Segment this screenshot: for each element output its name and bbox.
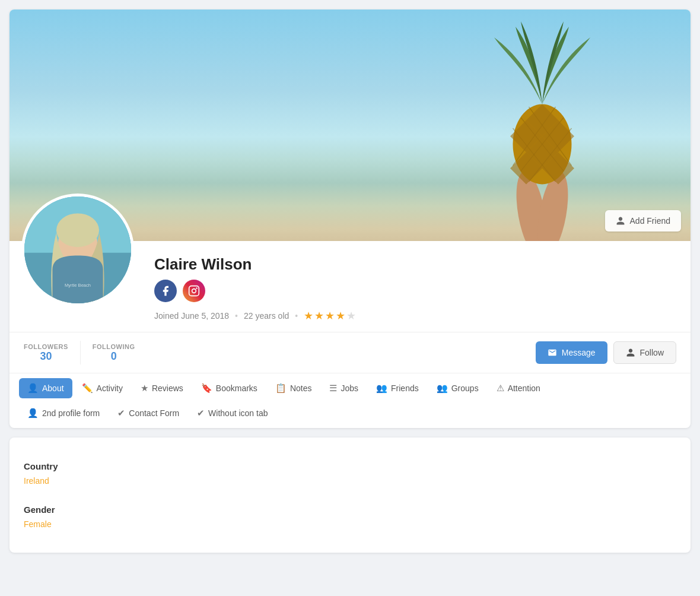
- tab-jobs[interactable]: ☰ Jobs: [321, 378, 367, 398]
- pineapple-decoration: [489, 15, 596, 241]
- followers-stat[interactable]: FOLLOWERS 30: [24, 343, 80, 363]
- dot-sep-2: •: [295, 311, 298, 321]
- content-card: Country Ireland Gender Female: [9, 438, 691, 553]
- friends-tab-icon: 👥: [376, 383, 387, 394]
- tab-bookmarks-label: Bookmarks: [216, 383, 257, 393]
- tab-notes-label: Notes: [290, 383, 312, 393]
- tabs-row-2: 👤 2nd profile form ✔ Contact Form ✔ With…: [19, 403, 681, 428]
- field-gender: Gender Female: [24, 495, 676, 538]
- tab-groups-label: Groups: [451, 383, 479, 393]
- groups-tab-icon: 👥: [437, 383, 448, 394]
- without-icon-tab-icon: ✔: [197, 408, 205, 419]
- svg-point-16: [196, 287, 198, 289]
- action-buttons: Message Follow: [536, 341, 676, 364]
- field-country: Country Ireland: [24, 452, 676, 495]
- tab-friends-label: Friends: [391, 383, 419, 393]
- tab-2nd-profile-label: 2nd profile form: [42, 408, 100, 418]
- country-value: Ireland: [24, 476, 676, 495]
- followers-count: 30: [24, 350, 68, 363]
- add-friend-button[interactable]: Add Friend: [605, 210, 681, 232]
- tab-friends[interactable]: 👥 Friends: [368, 378, 427, 398]
- instagram-link[interactable]: [183, 280, 205, 302]
- facebook-icon: [160, 285, 171, 297]
- about-tab-icon: 👤: [27, 383, 39, 394]
- joined-date: Joined June 5, 2018: [154, 311, 229, 321]
- social-icons: [154, 280, 676, 302]
- attention-tab-icon: ⚠: [497, 383, 504, 394]
- tab-notes[interactable]: 📋 Notes: [267, 378, 320, 398]
- tab-bookmarks[interactable]: 🔖 Bookmarks: [193, 378, 266, 398]
- following-stat[interactable]: FOLLOWING 0: [81, 343, 147, 363]
- jobs-tab-icon: ☰: [329, 383, 337, 394]
- activity-tab-icon: ✏️: [82, 383, 93, 394]
- following-count: 0: [93, 350, 135, 363]
- message-button[interactable]: Message: [536, 341, 607, 364]
- rating-stars: ★ ★ ★ ★ ★: [304, 309, 356, 322]
- avatar: Myrtle Beach: [21, 194, 134, 306]
- gender-value: Female: [24, 519, 676, 538]
- instagram-icon: [188, 285, 200, 297]
- tab-attention[interactable]: ⚠ Attention: [488, 378, 549, 398]
- reviews-tab-icon: ★: [141, 383, 148, 394]
- star-5: ★: [346, 309, 356, 322]
- tab-contact-form-label: Contact Form: [129, 408, 179, 418]
- profile-info-section: Myrtle Beach Claire Wilson: [9, 241, 691, 332]
- tab-attention-label: Attention: [508, 383, 540, 393]
- svg-point-12: [56, 213, 99, 247]
- bookmarks-tab-icon: 🔖: [201, 383, 212, 394]
- star-1: ★: [304, 309, 313, 322]
- svg-text:Myrtle Beach: Myrtle Beach: [65, 283, 91, 288]
- avatar-image: Myrtle Beach: [24, 196, 131, 303]
- notes-tab-icon: 📋: [275, 383, 287, 394]
- tab-2nd-profile-form[interactable]: 👤 2nd profile form: [19, 403, 108, 423]
- dot-sep-1: •: [235, 311, 238, 321]
- tab-activity-label: Activity: [97, 383, 123, 393]
- svg-point-15: [192, 289, 196, 293]
- facebook-link[interactable]: [154, 280, 177, 302]
- age: 22 years old: [244, 311, 289, 321]
- follow-icon: [626, 348, 635, 357]
- svg-rect-14: [189, 286, 199, 296]
- following-label: FOLLOWING: [93, 343, 135, 350]
- tab-about[interactable]: 👤 About: [19, 378, 72, 398]
- tab-activity[interactable]: ✏️ Activity: [74, 378, 131, 398]
- person-icon: [616, 216, 625, 226]
- tab-without-icon[interactable]: ✔ Without icon tab: [189, 403, 276, 423]
- tab-about-label: About: [42, 383, 64, 393]
- tabs-section: 👤 About ✏️ Activity ★ Reviews 🔖 Bookmark…: [9, 373, 691, 428]
- star-4: ★: [336, 309, 345, 322]
- profile-details: Joined June 5, 2018 • 22 years old • ★ ★…: [154, 309, 676, 322]
- tab-without-icon-label: Without icon tab: [208, 408, 268, 418]
- followers-label: FOLLOWERS: [24, 343, 68, 350]
- contact-form-tab-icon: ✔: [117, 408, 125, 419]
- star-2: ★: [314, 309, 324, 322]
- tabs-row: 👤 About ✏️ Activity ★ Reviews 🔖 Bookmark…: [19, 373, 681, 403]
- profile-name: Claire Wilson: [154, 255, 676, 274]
- tab-jobs-label: Jobs: [341, 383, 358, 393]
- country-label: Country: [24, 452, 676, 476]
- tab-reviews[interactable]: ★ Reviews: [132, 378, 192, 398]
- tab-reviews-label: Reviews: [152, 383, 183, 393]
- stats-section: FOLLOWERS 30 FOLLOWING 0 Message Follow: [9, 332, 691, 373]
- tab-contact-form[interactable]: ✔ Contact Form: [109, 403, 187, 423]
- message-icon: [548, 348, 557, 357]
- follow-button[interactable]: Follow: [613, 341, 676, 364]
- 2nd-profile-tab-icon: 👤: [27, 408, 39, 419]
- star-3: ★: [325, 309, 335, 322]
- gender-label: Gender: [24, 495, 676, 519]
- tab-groups[interactable]: 👥 Groups: [428, 378, 487, 398]
